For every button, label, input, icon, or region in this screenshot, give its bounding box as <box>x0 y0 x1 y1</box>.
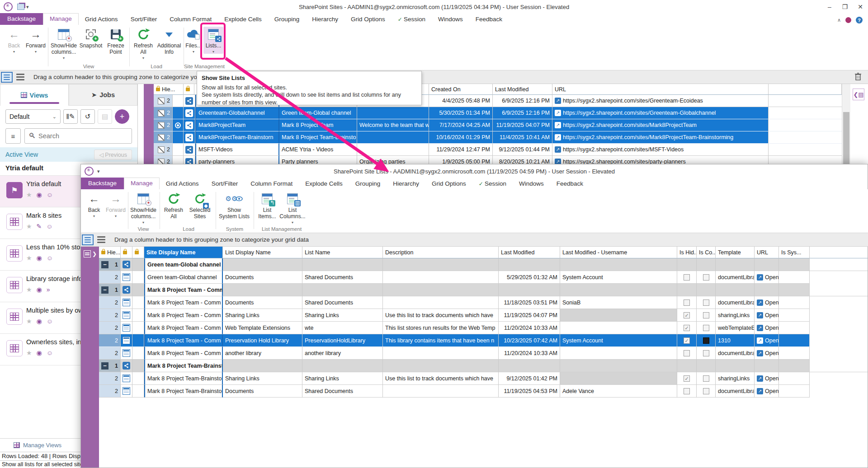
description-cell[interactable] <box>383 385 499 398</box>
is-catalog-cell[interactable] <box>697 309 716 322</box>
open-list-icon[interactable]: ↗ <box>757 312 763 318</box>
filter-button[interactable]: ≡ <box>5 128 21 144</box>
description-cell[interactable]: Use this list to track documents which h… <box>383 372 499 385</box>
list-name-cell[interactable]: Shared Documents <box>302 385 383 398</box>
site-name-cell[interactable]: Mark8ProjectTeam <box>195 119 279 131</box>
site-display-name-cell[interactable]: Mark 8 Project Team - Comm <box>144 322 223 334</box>
show-system-lists-button[interactable]: ⚙⚙ Show System Lists <box>218 191 250 220</box>
description-cell[interactable] <box>357 131 429 144</box>
open-url-icon[interactable]: ↗ <box>555 110 561 116</box>
minimize-button[interactable]: – <box>822 1 837 13</box>
tab-sort-filter[interactable]: Sort/Filter <box>205 178 245 190</box>
sidebar-tab-jobs[interactable]: ➤Jobs <box>69 84 137 106</box>
is-catalog-cell[interactable] <box>697 334 716 347</box>
is-catalog-cell[interactable] <box>697 271 716 284</box>
tab-column-format[interactable]: Column Format <box>244 178 299 190</box>
ytria-badge-icon[interactable]: ◉ <box>37 286 42 293</box>
column-header[interactable]: Created On <box>429 84 493 95</box>
open-url-icon[interactable]: ↗ <box>555 134 561 140</box>
username-cell[interactable] <box>560 322 677 334</box>
list-view-toggle-icon[interactable] <box>95 234 107 245</box>
column-header[interactable]: URL <box>755 247 779 258</box>
template-cell[interactable]: documentLibrar <box>716 347 755 360</box>
url-open-cell[interactable]: ↗Open <box>755 385 779 398</box>
ytria-badge-icon[interactable]: ◉ <box>37 254 42 262</box>
open-link[interactable]: Open <box>765 312 779 318</box>
column-header[interactable]: Template <box>716 247 755 258</box>
save-view-button[interactable]: ▤ <box>98 109 112 124</box>
url-open-cell[interactable]: ↗Open <box>755 372 779 385</box>
close-button[interactable]: ✕ <box>853 1 868 13</box>
tab-hierarchy[interactable]: Hierarchy <box>387 178 425 190</box>
tab-manage[interactable]: Manage <box>124 178 160 190</box>
last-modified-cell[interactable]: 11/4/2025 10:41 AM <box>493 131 552 144</box>
description-cell[interactable]: This list stores run results for the Web… <box>383 322 499 334</box>
collapse-group-icon[interactable]: − <box>101 362 108 370</box>
list-row[interactable]: 2Mark 8 Project Team - CommSharing Links… <box>99 309 868 322</box>
files-button[interactable]: Files...▾ <box>184 27 203 54</box>
list-display-name-cell[interactable]: Web Template Extensions <box>223 322 302 334</box>
site-row[interactable]: 2Greenteam-GlobalchannelGreen team-Globa… <box>154 107 842 119</box>
row-checkbox[interactable] <box>158 98 165 104</box>
display-options-icon[interactable] <box>845 17 851 23</box>
username-cell[interactable]: System Account <box>560 334 677 347</box>
template-cell[interactable]: documentLibrar <box>716 296 755 309</box>
smiley-icon[interactable]: ☺ <box>47 349 53 356</box>
tab-windows[interactable]: Windows <box>432 14 469 25</box>
smiley-icon[interactable]: ☺ <box>47 318 53 325</box>
template-cell[interactable]: sharingLinks <box>716 372 755 385</box>
open-link[interactable]: Open <box>765 375 779 382</box>
star-icon[interactable]: ★ <box>26 223 32 230</box>
is-hidden-checkbox[interactable] <box>684 312 690 318</box>
open-link[interactable]: Open <box>765 350 779 356</box>
url-cell[interactable]: ↗https://sygx2.sharepoint.com/sites/Gree… <box>552 107 769 119</box>
edit-columns-button[interactable]: ⦀✎ <box>63 109 78 124</box>
list-name-cell[interactable]: wte <box>302 322 383 334</box>
created-on-cell[interactable]: 11/29/2024 12:47 PM <box>429 144 493 156</box>
site-group-row[interactable]: −1Mark 8 Project Team-Brainst <box>99 360 868 372</box>
open-link[interactable]: Open <box>765 388 779 394</box>
open-list-icon[interactable]: ↗ <box>757 274 763 281</box>
last-modified-cell[interactable]: 6/9/2025 12:16 PM <box>493 107 552 119</box>
open-list-icon[interactable]: ↗ <box>757 337 763 344</box>
url-text[interactable]: https://sygx2.sharepoint.com/sites/Green… <box>563 110 716 116</box>
forward-button[interactable]: → Forward▾ <box>25 27 46 54</box>
tab-backstage[interactable]: Backstage <box>0 13 43 25</box>
url-cell[interactable]: ↗https://sygx2.sharepoint.com/sites/part… <box>552 156 769 164</box>
row-checkbox[interactable] <box>158 146 165 153</box>
list-name-cell[interactable]: another library <box>302 347 383 360</box>
description-cell[interactable]: Use this list to track documents which h… <box>383 309 499 322</box>
list-name-cell[interactable]: Sharing Links <box>302 309 383 322</box>
is-catalog-checkbox[interactable] <box>703 300 709 306</box>
show-hide-columns-button[interactable]: ✦ Show/Hide columns...▾ <box>51 27 77 60</box>
url-text[interactable]: https://sygx2.sharepoint.com/sites/party… <box>563 159 686 164</box>
is-catalog-checkbox[interactable] <box>703 375 709 382</box>
site-row[interactable]: 2Mark8ProjectTeamMark 8 Project TeamWelc… <box>154 119 842 131</box>
grid-view-toggle-icon[interactable] <box>82 234 94 245</box>
view-set-selector[interactable]: Default⌄ <box>5 109 61 124</box>
tab-explode-cells[interactable]: Explode Cells <box>218 14 268 25</box>
template-cell[interactable]: sharingLinks <box>716 309 755 322</box>
maximize-button[interactable]: ❐ <box>837 1 853 13</box>
url-text[interactable]: https://sygx2.sharepoint.com/sites/Mark8… <box>563 122 697 128</box>
is-hidden-checkbox[interactable] <box>684 375 690 382</box>
url-open-cell[interactable]: ↗Open <box>755 334 779 347</box>
column-header[interactable] <box>184 84 194 95</box>
template-cell[interactable]: 1310 <box>716 334 755 347</box>
url-cell[interactable]: ↗https://sygx2.sharepoint.com/sites/Gree… <box>552 95 769 107</box>
column-header[interactable]: Site Display Name <box>144 247 223 258</box>
is-hidden-cell[interactable] <box>677 372 697 385</box>
open-url-icon[interactable]: ↗ <box>555 159 561 164</box>
quick-access-caret-icon[interactable]: ▾ <box>97 168 100 174</box>
last-modified-cell[interactable]: 9/12/2025 01:44 PM <box>493 144 552 156</box>
list-row[interactable]: 2Mark 8 Project Team-BrainstoSharing Lin… <box>99 372 868 385</box>
username-cell[interactable]: System Account <box>560 271 677 284</box>
site-display-name-cell[interactable]: Mark 8 Project Team - Comm <box>144 296 223 309</box>
column-header[interactable]: URL <box>552 84 769 95</box>
is-hidden-cell[interactable] <box>677 334 697 347</box>
star-icon[interactable]: ★ <box>26 254 32 262</box>
description-cell[interactable] <box>357 107 429 119</box>
site-group-row[interactable]: −1Green team-Global channel <box>99 258 868 271</box>
quick-access-caret-icon[interactable]: ▾ <box>26 4 29 10</box>
tab-backstage[interactable]: Backstage <box>81 178 124 190</box>
